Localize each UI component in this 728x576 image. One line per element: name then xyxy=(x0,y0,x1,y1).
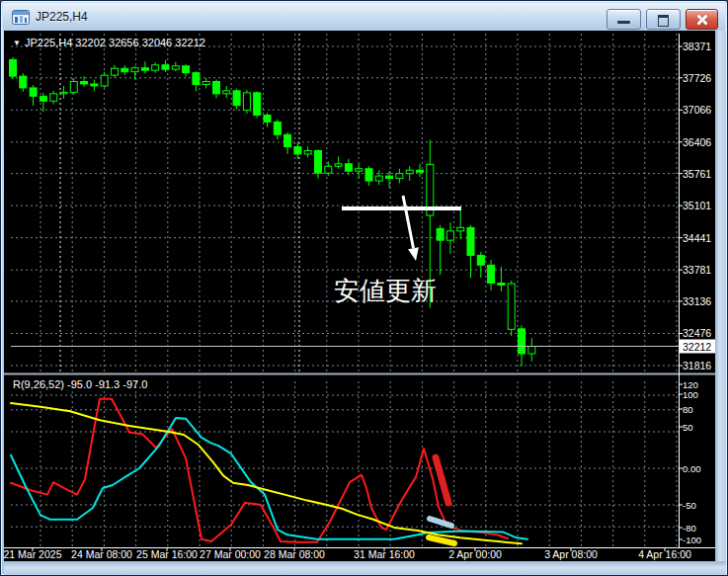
price-label: 38371 xyxy=(683,41,711,52)
price-label: 36406 xyxy=(683,136,711,148)
symbol-ohlc-line: ▼JP225,H4 32202 32656 32046 32212 xyxy=(13,37,205,48)
minimize-icon xyxy=(617,21,630,24)
indicator-axis-label: 100 xyxy=(683,389,698,400)
indicator-axis-label: -100 xyxy=(683,535,701,545)
down-arrow-head xyxy=(408,247,419,261)
support-hline-annotation xyxy=(342,206,461,210)
time-label: 3 Apr 08:00 xyxy=(544,548,598,560)
restore-button[interactable] xyxy=(646,9,681,30)
indicator-axis-label: 80 xyxy=(683,404,693,415)
down-arrow-annotation xyxy=(403,196,413,248)
indicator-axis-label: 50 xyxy=(683,422,693,433)
restore-icon xyxy=(658,15,669,27)
minimize-button[interactable] xyxy=(607,9,641,30)
chart-canvas[interactable]: 安値更新383713772637066364063576135101344413… xyxy=(4,31,715,561)
time-label: 21 Mar 2025 xyxy=(4,548,62,560)
price-label: 37726 xyxy=(683,72,711,84)
candles-layer xyxy=(10,57,535,367)
indicator-axis-label: -80 xyxy=(683,523,696,534)
window-title: JP225,H4 xyxy=(36,10,88,24)
bottom-frame-strip xyxy=(4,561,726,575)
price-label: 34441 xyxy=(683,232,711,244)
indicator-axis-label: 0.00 xyxy=(683,463,701,474)
time-label: 2 Apr 00:00 xyxy=(448,548,502,560)
symbol-dropdown-marker: ▼ xyxy=(13,39,21,47)
time-axis-labels: 21 Mar 202524 Mar 08:0025 Mar 16:0027 Ma… xyxy=(4,548,691,561)
indicator-axis-label: -50 xyxy=(683,500,696,511)
indicator-lines-layer xyxy=(11,399,527,544)
price-label: 35761 xyxy=(683,168,711,180)
indicator-name-values: R(9,26,52) -95.0 -91.3 -97.0 xyxy=(13,378,147,390)
price-label: 35101 xyxy=(683,200,711,211)
price-label: 31816 xyxy=(683,360,711,371)
highlight-stroke-0 xyxy=(436,457,448,503)
price-label: 37066 xyxy=(683,104,711,116)
close-button[interactable] xyxy=(686,9,718,30)
current-price-tag: 32212 xyxy=(680,339,715,353)
price-label: 33136 xyxy=(683,295,711,307)
window-frame: JP225,H4 安値更新383713772637066364063576135… xyxy=(0,0,728,576)
price-label: 32476 xyxy=(683,327,711,339)
right-frame-strip xyxy=(715,31,726,574)
window-controls xyxy=(607,9,718,30)
symbol-ohlc-text: JP225,H4 32202 32656 32046 32212 xyxy=(25,37,205,48)
highlight-stroke-1 xyxy=(430,519,451,526)
time-label: 24 Mar 08:00 xyxy=(71,548,132,560)
new-low-annotation-text: 安値更新 xyxy=(334,276,437,305)
metatrader-chart-window: JP225,H4 安値更新383713772637066364063576135… xyxy=(0,0,728,576)
price-label: 33781 xyxy=(683,264,711,276)
title-bar[interactable]: JP225,H4 xyxy=(3,3,725,31)
close-icon xyxy=(687,10,717,29)
time-label: 4 Apr 16:00 xyxy=(638,548,691,560)
chart-app-icon xyxy=(12,10,30,25)
current-price-value: 32212 xyxy=(683,341,711,353)
time-label: 31 Mar 16:00 xyxy=(354,548,415,560)
indicator-axis-labels: 12010080500.00-50-80-100 xyxy=(679,379,701,545)
chart-client-area: 安値更新383713772637066364063576135101344413… xyxy=(4,31,715,561)
time-label: 27 Mar 00:00 xyxy=(200,548,261,560)
time-label: 28 Mar 08:00 xyxy=(264,548,325,560)
time-label: 25 Mar 16:00 xyxy=(136,548,198,560)
price-axis-labels: 3837137726370663640635761351013444133781… xyxy=(679,41,711,371)
highlight-stroke-2 xyxy=(429,537,454,543)
